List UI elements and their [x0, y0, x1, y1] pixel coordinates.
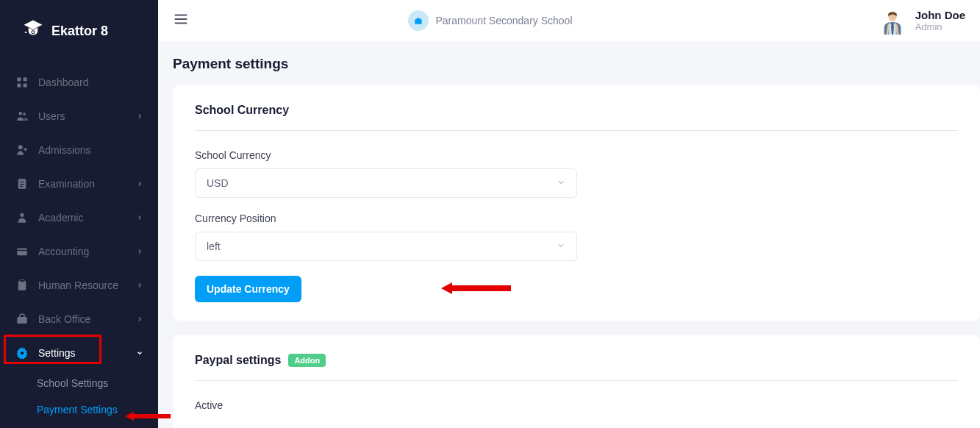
chevron-right-icon	[136, 177, 143, 190]
logo-icon	[22, 18, 44, 43]
svg-rect-15	[17, 250, 27, 252]
school-icon	[408, 10, 429, 31]
chevron-right-icon	[136, 245, 143, 258]
svg-rect-5	[24, 84, 27, 88]
select-value: USD	[207, 177, 229, 189]
logo[interactable]: Ekattor 8	[0, 18, 158, 65]
sidebar-item-settings[interactable]: Settings	[0, 336, 158, 370]
sidebar-item-admissions[interactable]: Admissions	[0, 133, 158, 167]
form-label: School Currency	[195, 149, 958, 161]
svg-marker-26	[125, 412, 171, 421]
chevron-right-icon	[136, 211, 143, 224]
school-badge[interactable]: Paramount Secondary School	[408, 10, 573, 31]
svg-point-1	[32, 31, 35, 33]
annotation-highlight	[4, 335, 101, 364]
card-title: Paypal settings Addon	[195, 354, 958, 381]
clipboard-icon	[15, 278, 29, 293]
svg-rect-16	[18, 281, 26, 290]
sidebar-item-dashboard[interactable]: Dashboard	[0, 65, 158, 99]
school-name: Paramount Secondary School	[436, 15, 573, 26]
sidebar-item-label: Academic	[38, 212, 136, 224]
sidebar-item-academic[interactable]: Academic	[0, 201, 158, 235]
sidebar-item-accounting[interactable]: Accounting	[0, 235, 158, 268]
hamburger-icon[interactable]	[173, 11, 189, 30]
svg-point-6	[19, 112, 23, 115]
topbar: Paramount Secondary School John Doe Admi…	[158, 0, 980, 41]
form-group-active: Active	[195, 399, 958, 411]
logo-text: Ekattor 8	[51, 24, 108, 39]
sub-nav-school-settings[interactable]: School Settings	[37, 370, 158, 396]
select-value: left	[207, 240, 221, 252]
svg-marker-25	[441, 282, 511, 294]
annotation-arrow	[441, 281, 515, 299]
sidebar-item-label: Accounting	[38, 246, 136, 257]
chevron-down-icon	[136, 346, 143, 360]
currency-select[interactable]: USD	[195, 168, 577, 198]
addon-badge: Addon	[288, 354, 326, 367]
form-group-currency: School Currency USD	[195, 149, 958, 198]
card-title-text: Paypal settings	[195, 354, 281, 367]
currency-card: School Currency School Currency USD Curr…	[173, 85, 980, 321]
file-icon	[15, 176, 29, 191]
grid-icon	[15, 75, 29, 90]
svg-point-8	[18, 145, 23, 149]
chevron-right-icon	[136, 279, 143, 292]
sidebar-item-users[interactable]: Users	[0, 99, 158, 133]
svg-rect-12	[20, 186, 23, 187]
svg-point-7	[23, 113, 26, 115]
page-body: Payment settings School Currency School …	[158, 41, 980, 428]
sidebar-item-label: Examination	[38, 178, 136, 190]
sidebar-item-label: Dashboard	[38, 76, 143, 88]
nav: Dashboard Users Admissions Examination A…	[0, 65, 158, 423]
user-plus-icon	[15, 143, 29, 157]
svg-rect-2	[17, 77, 21, 81]
svg-rect-10	[20, 182, 24, 182]
svg-rect-18	[17, 317, 27, 324]
paypal-card: Paypal settings Addon Active	[173, 335, 980, 428]
sidebar-item-label: Back Office	[38, 313, 136, 325]
sidebar-item-examination[interactable]: Examination	[0, 167, 158, 201]
user-info[interactable]: John Doe Admin	[879, 7, 965, 35]
sidebar-item-label: Admissions	[38, 144, 143, 156]
sidebar-item-label: Human Resource	[38, 279, 136, 291]
svg-rect-4	[17, 84, 21, 88]
user-role: Admin	[915, 21, 965, 32]
chevron-down-icon	[557, 177, 565, 189]
users-icon	[15, 109, 29, 124]
form-group-position: Currency Position left	[195, 213, 958, 261]
svg-rect-17	[20, 280, 24, 282]
briefcase-icon	[15, 312, 29, 327]
chevron-right-icon	[136, 313, 143, 326]
sidebar-item-hr[interactable]: Human Resource	[0, 268, 158, 302]
sidebar-item-label: Users	[38, 110, 136, 122]
card-title: School Currency	[195, 104, 958, 131]
chevron-right-icon	[136, 110, 143, 123]
user-name: John Doe	[915, 9, 965, 21]
main: Paramount Secondary School John Doe Admi…	[158, 0, 980, 428]
chevron-down-icon	[557, 240, 565, 252]
form-label: Active	[195, 399, 958, 411]
update-currency-button[interactable]: Update Currency	[195, 276, 301, 302]
svg-point-13	[20, 213, 24, 217]
page-title: Payment settings	[158, 41, 980, 85]
card-icon	[15, 244, 29, 259]
academic-icon	[15, 210, 29, 225]
svg-rect-3	[24, 77, 27, 81]
sidebar-item-back-office[interactable]: Back Office	[0, 302, 158, 336]
user-text: John Doe Admin	[915, 9, 965, 32]
annotation-arrow	[125, 410, 173, 425]
form-label: Currency Position	[195, 213, 958, 224]
sidebar: Ekattor 8 Dashboard Users Admissions Exa…	[0, 0, 158, 428]
svg-rect-11	[20, 184, 24, 185]
position-select[interactable]: left	[195, 232, 577, 261]
avatar	[879, 7, 906, 35]
svg-rect-14	[17, 249, 27, 256]
